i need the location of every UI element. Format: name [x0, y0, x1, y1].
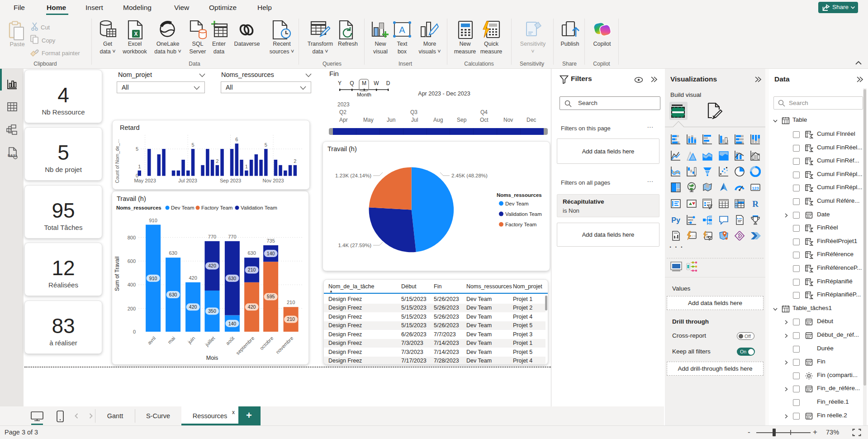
svg-text:mai: mai	[166, 335, 176, 345]
svg-text:630: 630	[169, 250, 177, 256]
svg-text:1: 1	[138, 164, 141, 169]
svg-text:R: R	[752, 199, 759, 209]
svg-text:octobre: octobre	[259, 335, 274, 351]
svg-text:Q: Q	[350, 80, 354, 86]
svg-text:Count of Nom_de_...: Count of Nom_de_...	[114, 139, 120, 183]
svg-text:W: W	[374, 80, 379, 86]
svg-text:Validation Team: Validation Team	[505, 211, 542, 217]
svg-text:735: 735	[266, 238, 275, 243]
svg-text:A: A	[399, 25, 405, 35]
svg-text:Factory Team: Factory Team	[201, 205, 232, 210]
svg-text:595: 595	[267, 294, 275, 299]
svg-text:Mois: Mois	[206, 355, 218, 361]
svg-text:123: 123	[752, 186, 759, 191]
svg-text:0: 0	[133, 329, 136, 334]
svg-text:420: 420	[189, 275, 197, 281]
svg-text:août: août	[225, 335, 236, 346]
svg-text:Noms_ressources: Noms_ressources	[497, 192, 542, 198]
svg-text:630: 630	[247, 250, 256, 256]
svg-text:DAX: DAX	[8, 153, 16, 157]
svg-text:420: 420	[189, 304, 197, 310]
svg-text:Y: Y	[338, 80, 342, 86]
svg-text:Nov 2023: Nov 2023	[263, 178, 284, 183]
svg-text:140: 140	[228, 321, 237, 326]
svg-text:novembre: novembre	[275, 335, 294, 355]
svg-text:350: 350	[208, 308, 216, 314]
svg-text:770: 770	[228, 234, 236, 239]
svg-text:800: 800	[128, 235, 136, 240]
svg-text:1.4K (27.59%): 1.4K (27.59%)	[338, 243, 371, 248]
svg-text:630: 630	[169, 292, 177, 297]
svg-text:210: 210	[287, 316, 295, 322]
svg-text:Dev Team: Dev Team	[171, 205, 194, 210]
svg-text:140: 140	[267, 251, 275, 256]
svg-text:Dev Team: Dev Team	[505, 201, 529, 206]
svg-text:210: 210	[287, 300, 295, 305]
svg-text:400: 400	[128, 282, 136, 287]
svg-text:Sum of Travail: Sum of Travail	[114, 257, 120, 291]
svg-text:X: X	[134, 31, 138, 37]
svg-text:Validation Team: Validation Team	[241, 205, 277, 210]
svg-text:Sep 2023: Sep 2023	[220, 178, 241, 183]
svg-text:420: 420	[208, 263, 216, 268]
svg-text:juin: juin	[186, 335, 196, 345]
svg-text:Py: Py	[671, 216, 680, 224]
svg-text:May 2023: May 2023	[134, 178, 156, 183]
svg-text:5: 5	[265, 142, 267, 148]
svg-text:juillet: juillet	[204, 335, 216, 348]
svg-text:2: 2	[216, 158, 218, 164]
svg-text:630: 630	[228, 276, 237, 281]
svg-text:Factory Team: Factory Team	[505, 222, 536, 227]
svg-text:600: 600	[128, 258, 136, 264]
svg-text:Noms_ressources: Noms_ressources	[116, 205, 161, 210]
svg-text:210: 210	[248, 267, 256, 272]
svg-text:770: 770	[208, 234, 216, 239]
svg-text:septembre: septembre	[235, 335, 255, 356]
svg-text:Jul 2023: Jul 2023	[178, 178, 197, 183]
svg-text:2: 2	[294, 158, 296, 164]
svg-text:M: M	[362, 80, 366, 86]
svg-text:avril: avril	[147, 335, 157, 346]
svg-text:910: 910	[149, 218, 157, 223]
svg-text:200: 200	[128, 306, 136, 311]
svg-text:6: 6	[235, 137, 238, 142]
svg-text:D: D	[386, 80, 390, 86]
svg-text:1.23K (24.14%): 1.23K (24.14%)	[335, 173, 371, 178]
svg-text:5: 5	[136, 146, 138, 152]
svg-text:Month: Month	[357, 92, 371, 97]
svg-text:2.45K (48.28%): 2.45K (48.28%)	[451, 173, 488, 178]
svg-text:5: 5	[192, 142, 194, 148]
svg-text:420: 420	[248, 304, 256, 310]
svg-text:1: 1	[245, 164, 248, 169]
svg-text:910: 910	[149, 276, 157, 281]
